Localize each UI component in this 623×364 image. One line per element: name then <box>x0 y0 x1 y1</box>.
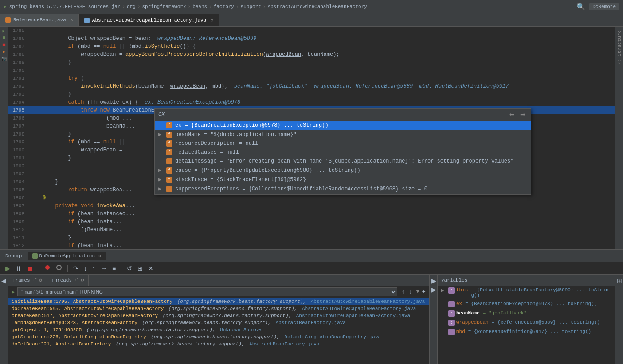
breadcrumb-factory: factory <box>214 4 234 9</box>
variables-header: Variables <box>438 275 615 286</box>
pause-button[interactable]: ⏸ <box>14 264 24 273</box>
step-out-button[interactable]: ↑ <box>90 264 97 273</box>
item-text-resource: resourceDescription = null <box>175 140 258 147</box>
pause-icon[interactable]: ⏸ <box>2 35 6 41</box>
item-text-cause: cause = {PropertyBatchUpdateException@59… <box>175 167 360 174</box>
tab-reference-bean[interactable]: ReferenceBean.java ✕ <box>0 14 79 26</box>
code-line-1791: 1791 try { <box>8 74 615 82</box>
popup-item-suppressed[interactable]: ▶ f suppressedExceptions = {Collections$… <box>155 184 531 194</box>
frame-item-0[interactable]: initializeBean:1795, AbstractAutowireCap… <box>8 298 429 305</box>
var-item-ex[interactable]: p ex = {BeanCreationException@5978} ... … <box>438 300 615 309</box>
stop-icon[interactable]: ⏹ <box>2 43 6 48</box>
collapse-frames-button[interactable]: ▶ <box>431 276 437 285</box>
search-icon[interactable]: 🔍 <box>576 2 585 11</box>
stop-button[interactable]: ⏹ <box>25 264 35 273</box>
popup-item-related[interactable]: f relatedCauses = null <box>155 148 531 157</box>
dc-remote-button[interactable]: DcRemote <box>589 3 619 10</box>
frame-file-0: AbstractAutowireCapableBeanFactory.java <box>308 299 425 304</box>
filter-icon[interactable]: ▼ <box>416 289 419 295</box>
add-frame-icon[interactable]: + <box>422 288 426 295</box>
code-line-1787: 1787 if (mbd == null || !mbd.isSynthetic… <box>8 43 615 50</box>
view-breakpoints-button[interactable] <box>43 263 52 273</box>
frames-settings-icon[interactable]: ⚙ <box>39 277 42 283</box>
breadcrumb-beans: beans <box>192 4 207 9</box>
close-debug-button[interactable]: ✕ <box>146 264 155 273</box>
frame-item-2[interactable]: createBean:517, AbstractAutowireCapableB… <box>8 312 429 319</box>
thread-up-button[interactable]: ↑ <box>400 288 406 296</box>
frame-file-3: AbstractBeanFactory.java <box>273 320 346 325</box>
expand-arrow-suppressed: ▶ <box>158 186 164 192</box>
popup-item-resource[interactable]: f resourceDescription = null <box>155 139 531 148</box>
thread-row: ▶ "main"@1 in group "main": RUNNING ↑ ↓ … <box>8 286 429 298</box>
var-item-this[interactable]: ▶ p this = {DefaultListableBeanFactory@5… <box>438 286 615 300</box>
frames-tab[interactable]: Frames →* ⚙ <box>8 275 47 286</box>
evaluate-button[interactable]: ≡ <box>110 264 118 273</box>
breadcrumb-support: support <box>241 4 261 9</box>
svg-point-0 <box>45 265 50 270</box>
tab-close-factory[interactable]: ✕ <box>211 18 213 23</box>
threads-settings-icon[interactable]: ⚙ <box>81 277 84 283</box>
code-line-1789: 1789 } <box>8 58 615 66</box>
popup-item-stacktrace[interactable]: ▶ f stackTrace = {StackTraceElement[39]@… <box>155 175 531 184</box>
tab-close-ref[interactable]: ✕ <box>71 17 73 23</box>
var-icon-wrappedbean: p <box>448 320 455 326</box>
tab-icon-ref <box>5 17 11 23</box>
debug-tab-app[interactable]: DcRemoteApplication ✕ <box>28 252 106 260</box>
item-text-related: relatedCauses = null <box>175 149 239 155</box>
threads-tab[interactable]: Threads →* ⚙ <box>47 275 89 286</box>
frame-item-1[interactable]: doCreateBean:595, AbstractAutowireCapabl… <box>8 305 429 312</box>
expand-arrow-cause: ▶ <box>158 167 164 174</box>
sep3 <box>121 265 121 272</box>
breakpoint-icon[interactable]: ● <box>2 50 5 54</box>
run-to-cursor-button[interactable]: → <box>99 264 109 273</box>
resume-icon[interactable]: ▶ <box>2 28 5 34</box>
step-into-button[interactable]: ↓ <box>82 264 89 273</box>
frame-file-2: AbstractAutowireCapableBeanFactory.java <box>293 313 410 318</box>
field-icon-ex: f <box>166 122 172 128</box>
top-right-icons: 🔍 DcRemote <box>576 2 619 11</box>
var-value-ex: = {BeanCreationException@5978} ... toStr… <box>465 301 597 306</box>
variables-title: Variables <box>441 278 467 283</box>
popup-item-beanname[interactable]: ▶ f beanName = "${dubbo.application.name… <box>155 130 531 139</box>
thread-down-button[interactable]: ↓ <box>407 288 413 296</box>
var-value-beanname: = "jobCallback" <box>483 310 527 316</box>
popup-item-cause[interactable]: ▶ f cause = {PropertyBatchUpdateExceptio… <box>155 166 531 175</box>
var-item-mbd[interactable]: p mbd = {RootBeanDefinition@5917} ... to… <box>438 328 615 337</box>
popup-item-ex[interactable]: f ex = {BeanCreationException@5978} ... … <box>155 121 531 130</box>
resume-button[interactable]: ▶ <box>4 264 12 273</box>
restore-variables-button[interactable]: ⊞ <box>616 276 623 285</box>
frame-item-3[interactable]: lambda$doGetBean$0:323, AbstractBeanFact… <box>8 319 429 326</box>
debug-app-close[interactable]: ✕ <box>98 253 101 259</box>
item-text-suppressed: suppressedExceptions = {Collections$Unmo… <box>175 186 427 192</box>
popup-items: f ex = {BeanCreationException@5978} ... … <box>155 120 531 194</box>
sep1 <box>39 265 39 272</box>
frame-item-5[interactable]: getSingleton:226, DefaultSingletonBeanRe… <box>8 333 429 341</box>
popup-prev-button[interactable]: ⬅ <box>508 111 517 118</box>
restore-layout-button[interactable]: ⊞ <box>136 264 145 273</box>
code-line-1809: 1809 if (bean insta... <box>8 218 615 226</box>
tab-icon-factory <box>84 18 90 23</box>
left-gutter: ▶ ⏸ ⏹ ● 📷 <box>0 27 8 249</box>
step-over-button[interactable]: ↷ <box>71 264 80 273</box>
frames-threads: ◀ Frames →* ⚙ Threads →* ⚙ ▶ " <box>0 275 623 364</box>
frame-item-6[interactable]: doGetBean:321, AbstractBeanFactory (org.… <box>8 341 429 348</box>
mute-breakpoints-button[interactable] <box>54 263 64 273</box>
var-item-wrappedbean[interactable]: p wrappedBean = {ReferenceBean@5889} ...… <box>438 318 615 328</box>
frame-class-5: (org.springframework.beans.factory.suppo… <box>148 334 280 340</box>
structure-icon[interactable]: 7: Structure <box>616 28 623 67</box>
tab-abstract-factory[interactable]: AbstractAutowireCapableBeanFactory.java … <box>79 14 219 26</box>
camera-icon[interactable]: 📷 <box>1 56 7 62</box>
var-value-this: = {DefaultListableBeanFactory@5890} ... … <box>471 287 611 298</box>
popup-item-detail[interactable]: f detailMessage = "Error creating bean w… <box>155 157 531 166</box>
var-expand-this[interactable]: ▶ <box>441 287 447 293</box>
var-name-this: this <box>456 287 468 293</box>
popup-next-button[interactable]: ➡ <box>518 111 527 118</box>
var-item-beanname[interactable]: p beanName = "jobCallback" <box>438 309 615 318</box>
expand-panel-button[interactable]: ◀ <box>0 276 7 285</box>
rerun-button[interactable]: ↺ <box>125 264 134 273</box>
frames-tab-label: Frames <box>12 278 30 283</box>
code-editor: 1785 1786 Object wrappedBean = bean; wra… <box>8 27 615 249</box>
frame-item-4[interactable]: getObject:-1, 1761495255 (org.springfram… <box>8 326 429 333</box>
expand-frames-button[interactable]: ▶ <box>431 285 437 294</box>
thread-selector[interactable]: "main"@1 in group "main": RUNNING <box>17 287 397 296</box>
